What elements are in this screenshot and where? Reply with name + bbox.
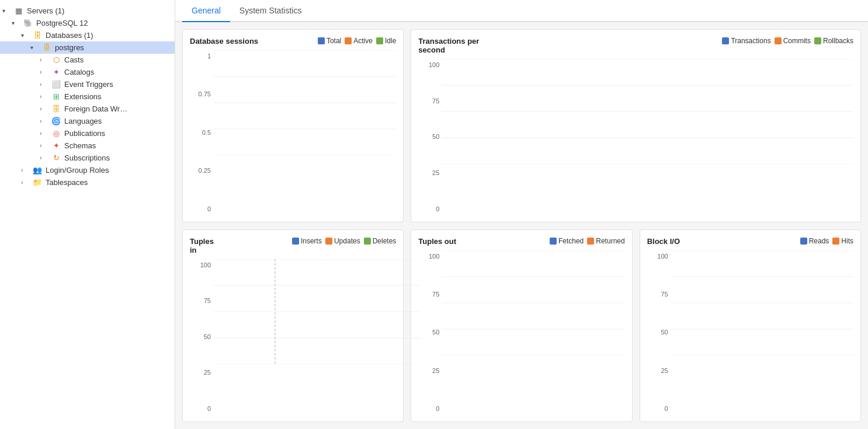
legend-label: Inserts <box>301 237 322 245</box>
legend-label: Commits <box>783 37 811 45</box>
sidebar-item-foreign-data[interactable]: ›🗄Foreign Data Wr… <box>0 103 175 115</box>
legend-color-box <box>800 238 807 245</box>
sidebar-item-tablespaces[interactable]: ›📁Tablespaces <box>0 176 175 189</box>
legend-label: Fetched <box>558 237 584 245</box>
arrow-icon: › <box>21 179 30 186</box>
block-io-card: Block I/O ReadsHits 1007550250 <box>640 229 861 423</box>
sidebar-item-databases[interactable]: ▾🗄Databases (1) <box>0 29 175 41</box>
arrow-icon: › <box>40 93 49 100</box>
legend-label: Returned <box>596 237 624 245</box>
tuples-in-chart-inner <box>213 259 419 366</box>
arrow-icon: › <box>40 57 49 63</box>
item-icon: ◎ <box>50 129 62 138</box>
transactions-legend: TransactionsCommitsRollbacks <box>722 37 853 45</box>
sidebar-item-publications[interactable]: ›◎Publications <box>0 127 175 139</box>
sidebar-item-postgresql12[interactable]: ▾🐘PostgreSQL 12 <box>0 17 175 29</box>
sidebar-item-label-postgresql12: PostgreSQL 12 <box>36 19 171 27</box>
legend-color-box <box>722 37 729 44</box>
block-io-chart-inner <box>671 250 853 415</box>
arrow-icon: › <box>40 81 49 88</box>
transactions-title-2: second <box>418 46 479 54</box>
arrow-icon: › <box>40 69 49 75</box>
legend-label: Hits <box>841 237 853 245</box>
sidebar-item-catalogs[interactable]: ›✦Catalogs <box>0 66 175 78</box>
legend-item: Total <box>318 37 341 45</box>
item-icon: ⬜ <box>50 80 62 89</box>
y-axis-tuples-out: 1007550250 <box>418 250 442 415</box>
sidebar-item-label-event-triggers: Event Triggers <box>64 80 171 89</box>
tuples-out-card: Tuples out FetchedReturned 1007550250 <box>411 229 632 423</box>
arrow-icon: › <box>40 106 49 112</box>
tuples-out-chart-inner <box>442 250 624 415</box>
chart-header: Database sessions TotalActiveIdle <box>190 37 396 46</box>
item-icon: 🐘 <box>22 19 34 27</box>
database-sessions-card: Database sessions TotalActiveIdle 10.750… <box>182 29 404 222</box>
sidebar-item-label-tablespaces: Tablespaces <box>46 178 171 187</box>
tuples-in-legend: InsertsUpdatesDeletes <box>292 237 396 245</box>
legend-color-box <box>775 37 782 44</box>
arrow-icon: ▾ <box>12 20 21 26</box>
legend-label: Transactions <box>731 37 770 45</box>
legend-color-box <box>364 238 371 245</box>
block-io-title: Block I/O <box>647 237 680 246</box>
legend-label: Idle <box>385 37 396 45</box>
sidebar-item-label-databases: Databases (1) <box>46 31 171 40</box>
tuples-in-card: Tuplesin InsertsUpdatesDeletes 100755025… <box>182 229 404 423</box>
legend-label: Active <box>353 37 373 45</box>
main-content: General System Statistics Database sessi… <box>175 0 868 429</box>
sidebar-item-event-triggers[interactable]: ›⬜Event Triggers <box>0 78 175 90</box>
sidebar-item-label-schemas: Schemas <box>64 141 171 150</box>
item-icon: ▦ <box>13 6 25 15</box>
legend-item: Returned <box>587 237 624 245</box>
legend-label: Total <box>327 37 341 45</box>
tab-system-statistics[interactable]: System Statistics <box>230 0 311 21</box>
item-icon: 📁 <box>32 178 43 187</box>
item-icon: ✦ <box>50 68 62 76</box>
legend-item: Updates <box>325 237 360 245</box>
sidebar-item-schemas[interactable]: ›✦Schemas <box>0 139 175 152</box>
transactions-card: Transactions per second TransactionsComm… <box>411 29 861 222</box>
arrow-icon: › <box>40 155 49 161</box>
item-icon: ↻ <box>50 154 62 162</box>
sidebar-item-label-catalogs: Catalogs <box>64 68 171 76</box>
legend-color-box <box>814 37 821 44</box>
sidebar-item-label-extensions: Extensions <box>64 92 171 101</box>
sidebar-item-languages[interactable]: ›🌀Languages <box>0 115 175 127</box>
legend-item: Active <box>345 37 373 45</box>
sidebar-item-label-login-group-roles: Login/Group Roles <box>46 166 171 175</box>
sidebar-item-label-foreign-data: Foreign Data Wr… <box>64 104 171 113</box>
arrow-icon: › <box>21 167 30 173</box>
y-axis-db-sessions: 10.750.50.250 <box>190 50 213 215</box>
database-sessions-legend: TotalActiveIdle <box>318 37 396 45</box>
sidebar-item-label-postgres: postgres <box>55 43 171 52</box>
block-io-legend: ReadsHits <box>800 237 853 245</box>
sidebar-item-label-subscriptions: Subscriptions <box>64 154 171 162</box>
sidebar-item-label-casts: Casts <box>64 55 171 64</box>
legend-item: Fetched <box>550 237 584 245</box>
y-axis-transactions: 1007550250 <box>418 59 442 215</box>
sidebar-item-extensions[interactable]: ›⊞Extensions <box>0 90 175 103</box>
sidebar-item-label-servers: Servers (1) <box>27 6 171 15</box>
sidebar-item-login-group-roles[interactable]: ›👥Login/Group Roles <box>0 164 175 176</box>
sidebar-item-subscriptions[interactable]: ›↻Subscriptions <box>0 152 175 164</box>
item-icon: ✦ <box>50 141 62 150</box>
sidebar-item-postgres[interactable]: ▾🗄postgres <box>0 41 175 54</box>
legend-item: Inserts <box>292 237 322 245</box>
transactions-chart-header: Transactions per second TransactionsComm… <box>418 37 853 54</box>
legend-color-box <box>345 37 352 44</box>
legend-color-box <box>587 238 594 245</box>
sidebar-item-servers[interactable]: ▾▦Servers (1) <box>0 5 175 17</box>
item-icon: 🗄 <box>41 43 53 52</box>
db-sessions-chart-inner <box>213 50 396 215</box>
legend-item: Idle <box>376 37 396 45</box>
tuples-out-header: Tuples out FetchedReturned <box>418 237 624 246</box>
tuples-out-chart: 1007550250 <box>418 250 624 415</box>
sidebar-item-casts[interactable]: ›⬡Casts <box>0 54 175 66</box>
tab-general[interactable]: General <box>182 0 230 22</box>
legend-color-box <box>318 37 325 44</box>
legend-color-box <box>832 238 839 245</box>
arrow-icon: › <box>40 142 49 149</box>
arrow-icon: › <box>40 118 49 124</box>
database-sessions-title: Database sessions <box>190 37 258 46</box>
transactions-title: Transactions per <box>418 37 479 46</box>
